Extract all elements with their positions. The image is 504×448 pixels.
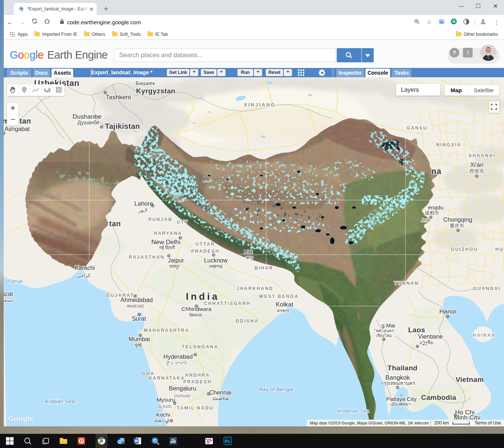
svg-text:ວຽງຈັນ: ວຽງຈັນ bbox=[420, 340, 433, 345]
svg-text:Hanoi: Hanoi bbox=[439, 308, 456, 315]
svg-text:UTTAR: UTTAR bbox=[196, 242, 215, 247]
svg-text:PRADESH: PRADESH bbox=[191, 249, 220, 254]
svg-text:नई दिल्ली: नई दिल्ली bbox=[158, 245, 175, 251]
svg-text:Kolkat: Kolkat bbox=[276, 301, 293, 308]
svg-text:engdu: engdu bbox=[428, 204, 444, 211]
svg-text:g Mai: g Mai bbox=[382, 322, 395, 329]
svg-text:Cambodia: Cambodia bbox=[421, 393, 456, 401]
svg-text:लखनऊ: लखनऊ bbox=[209, 264, 223, 269]
svg-text:UTT: UTT bbox=[177, 220, 189, 225]
svg-text:কলকাতা: কলকাতা bbox=[276, 308, 289, 314]
svg-text:کراچی: کراچی bbox=[77, 273, 91, 279]
svg-text:WEST BENGA: WEST BENGA bbox=[259, 294, 299, 299]
svg-text:Vientiane: Vientiane bbox=[418, 333, 443, 340]
svg-text:HAINAN: HAINAN bbox=[473, 333, 496, 338]
svg-text:जयपुर: जयपुर bbox=[169, 264, 180, 269]
svg-text:Ps: Ps bbox=[225, 439, 230, 444]
svg-text:成都市: 成都市 bbox=[425, 210, 439, 216]
svg-text:XINJIANG: XINJIANG bbox=[244, 102, 276, 108]
svg-text:مسقط: مسقط bbox=[4, 298, 13, 303]
svg-text:scat: scat bbox=[4, 291, 13, 297]
svg-text:Bengaluru: Bengaluru bbox=[169, 385, 196, 392]
svg-text:กรุงเทพมหานคร: กรุงเทพมหานคร bbox=[381, 380, 415, 386]
svg-text:PRADESH: PRADESH bbox=[183, 379, 212, 385]
svg-text:RAJASTHAN: RAJASTHAN bbox=[129, 255, 165, 260]
svg-text:Chennai: Chennai bbox=[209, 389, 231, 396]
svg-text:of Oman: of Oman bbox=[5, 279, 23, 284]
svg-text:P: P bbox=[80, 438, 83, 444]
svg-text:لاہور: لاہور bbox=[138, 207, 147, 213]
svg-text:TAMIL NADU: TAMIL NADU bbox=[177, 405, 214, 411]
svg-text:O: O bbox=[118, 439, 122, 445]
svg-text:ิทศาลนคร: ิทศาลนคร bbox=[373, 329, 394, 333]
svg-text:Tajikistan: Tajikistan bbox=[105, 122, 140, 130]
svg-text:Chhindwara: Chhindwara bbox=[181, 306, 212, 312]
svg-text:Xi'an: Xi'an bbox=[470, 162, 483, 168]
svg-text:Kochi: Kochi bbox=[156, 411, 170, 418]
svg-text:Lucknow: Lucknow bbox=[204, 257, 228, 264]
svg-text:കൊച്ചി: കൊച്ചി bbox=[155, 418, 169, 423]
svg-text:Bay of Bengal: Bay of Bengal bbox=[259, 386, 293, 392]
svg-text:Vietnam: Vietnam bbox=[455, 376, 484, 383]
svg-text:เมืองพัทยา: เมืองพัทยา bbox=[391, 402, 411, 407]
svg-text:YUNNAN: YUNNAN bbox=[394, 281, 419, 286]
svg-text:Jaipur: Jaipur bbox=[168, 257, 184, 264]
svg-text:काठ: काठ bbox=[246, 255, 253, 260]
svg-text:Mysuru: Mysuru bbox=[156, 396, 175, 403]
svg-text:Ahmedabad: Ahmedabad bbox=[121, 297, 153, 303]
svg-text:અમદાવાદ: અમદાવાદ bbox=[127, 304, 144, 309]
svg-text:Surat: Surat bbox=[132, 315, 146, 322]
svg-text:छिंदवाड़ा: छिंदवाड़ा bbox=[189, 312, 202, 318]
svg-text:TELANGANA: TELANGANA bbox=[182, 344, 218, 349]
svg-text:KARNATAKA: KARNATAKA bbox=[149, 376, 185, 381]
svg-text:SHAANXI: SHAANXI bbox=[469, 153, 495, 158]
svg-text:HARYANA: HARYANA bbox=[154, 231, 182, 236]
svg-text:na: na bbox=[431, 167, 442, 176]
svg-text:W: W bbox=[134, 439, 138, 443]
svg-text:HU: HU bbox=[495, 247, 504, 252]
svg-text:ANDHRA: ANDHRA bbox=[185, 373, 210, 378]
svg-text:BIHAR: BIHAR bbox=[255, 265, 274, 271]
svg-text:MAHARASHTRA: MAHARASHTRA bbox=[144, 328, 189, 333]
svg-text:Chongqing: Chongqing bbox=[443, 217, 472, 223]
svg-text:Hyderabad: Hyderabad bbox=[164, 354, 193, 360]
svg-text:Thailand: Thailand bbox=[388, 364, 418, 372]
svg-text:ODISHA: ODISHA bbox=[236, 318, 259, 324]
svg-text:เชียงใหม่: เชียงใหม่ bbox=[376, 333, 392, 338]
svg-text:ಬೆಂಗಳೂರು: ಬೆಂಗಳೂರು bbox=[174, 393, 191, 398]
svg-text:AN: AN bbox=[421, 218, 429, 223]
svg-text:Tashkent: Tashkent bbox=[106, 94, 131, 101]
svg-text:PUNJAB: PUNJAB bbox=[149, 217, 172, 222]
svg-text:ಮೈಸೂರು: ಮೈಸೂರು bbox=[158, 404, 172, 409]
svg-text:西安市: 西安市 bbox=[470, 168, 484, 174]
svg-text:சென்னை: சென்னை bbox=[212, 396, 229, 401]
svg-text:GUIZHOU: GUIZHOU bbox=[451, 247, 478, 252]
svg-text:Душанбе: Душанбе bbox=[77, 119, 99, 125]
svg-text:NINGXIA: NINGXIA bbox=[436, 142, 461, 147]
svg-text:Karachi: Karachi bbox=[75, 265, 95, 271]
svg-text:GANSU: GANSU bbox=[407, 125, 427, 131]
svg-text:Kyrgyzstan: Kyrgyzstan bbox=[136, 87, 175, 95]
svg-text:JHARKHAND: JHARKHAND bbox=[237, 286, 274, 291]
svg-text:重庆市: 重庆市 bbox=[450, 223, 464, 228]
svg-text:tan: tan bbox=[109, 220, 121, 228]
svg-text:मुंबई: मुंबई bbox=[134, 342, 142, 348]
svg-text:Mumbai: Mumbai bbox=[129, 336, 150, 342]
svg-text:Ashgabat: Ashgabat bbox=[4, 126, 30, 132]
svg-text:Бишкек: Бишкек bbox=[136, 80, 155, 86]
svg-text:G: G bbox=[452, 19, 456, 24]
svg-text:GUANGXI: GUANGXI bbox=[473, 286, 501, 291]
svg-text:India: India bbox=[186, 291, 220, 302]
svg-text:Laos: Laos bbox=[408, 326, 425, 334]
svg-text:Andaman Sea: Andaman Sea bbox=[337, 408, 369, 414]
svg-text:Pattaya City: Pattaya City bbox=[386, 396, 417, 402]
svg-text:Lahore: Lahore bbox=[134, 200, 153, 207]
svg-text:B: B bbox=[440, 20, 442, 24]
svg-text:Arabian Sea: Arabian Sea bbox=[45, 398, 75, 404]
svg-text:హైదరాబాద్: హైదరాబాద్ bbox=[166, 361, 188, 366]
